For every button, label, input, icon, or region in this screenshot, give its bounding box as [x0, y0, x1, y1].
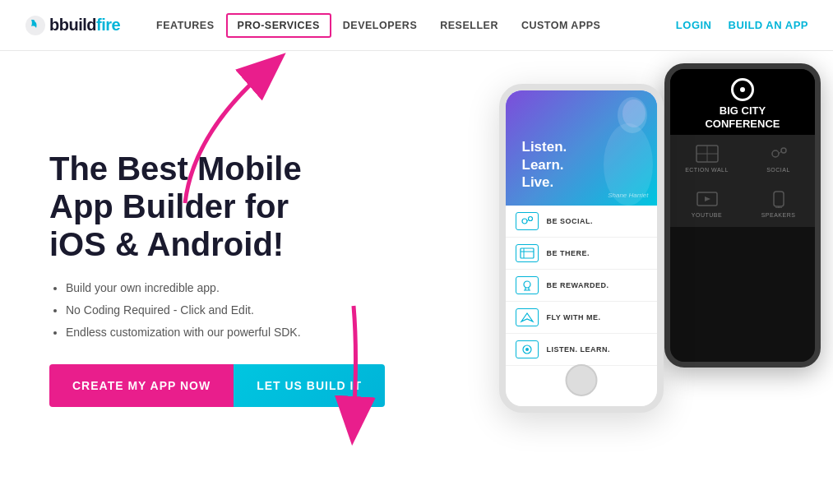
app-menu-item-2: BE THERE.	[506, 238, 657, 270]
app-header-text: Listen.Learn.Live.	[516, 132, 574, 197]
conf-icon-social	[766, 144, 791, 164]
conf-item-2: SOCIAL	[746, 139, 811, 178]
nav-item-pro-services[interactable]: PRO-SERVICES	[226, 13, 331, 38]
app-menu-label-2: BE THERE.	[547, 249, 590, 257]
svg-line-17	[527, 220, 529, 221]
svg-point-21	[524, 281, 530, 288]
main-nav: FEATURES PRO-SERVICES DEVELOPERS RESELLE…	[145, 13, 676, 38]
nav-item-reseller[interactable]: RESELLER	[428, 13, 510, 38]
nav-right: LOGIN BUILD AN APP	[676, 19, 808, 31]
conf-item-3: YOUTUBE	[674, 184, 739, 223]
phone-front-mockup: Listen.Learn.Live. Shane Harriet BE SOCI…	[499, 84, 664, 413]
app-menu-item-5: LISTEN. LEARN.	[506, 334, 657, 366]
conf-item-1: ECTION WALL	[674, 139, 739, 178]
main-content: The Best MobileApp Builder foriOS & Andr…	[0, 51, 833, 504]
conf-icon-speaker	[766, 189, 791, 209]
app-icon-listen	[516, 340, 539, 358]
conf-item-4: SPEAKERS	[746, 184, 811, 223]
logo-text: bbuildfire	[49, 16, 120, 35]
svg-point-27	[525, 348, 529, 351]
nav-item-custom-apps[interactable]: CUSTOM APPS	[510, 13, 613, 38]
conference-grid: ECTION WALL SOCIAL YOUTUBE	[670, 135, 815, 227]
app-menu-label-4: FLY WITH ME.	[547, 313, 601, 321]
app-icon-rewarded	[516, 276, 539, 294]
left-content: The Best MobileApp Builder foriOS & Andr…	[0, 51, 428, 504]
app-icon-fly	[516, 308, 539, 326]
app-menu-item-3: BE REWARDED.	[506, 270, 657, 302]
svg-marker-25	[521, 313, 533, 321]
app-menu-label-5: LISTEN. LEARN.	[547, 345, 611, 354]
logo[interactable]: bbuildfire	[25, 15, 120, 36]
conf-label-1: ECTION WALL	[685, 167, 729, 173]
create-app-button[interactable]: CREATE MY APP NOW	[49, 364, 234, 407]
conf-icon-wall	[695, 144, 720, 164]
let-us-build-button[interactable]: LET US BUILD IT	[234, 364, 385, 407]
conference-app-screen: BIG CITYCONFERENCE ECTION WALL SOCIAL	[670, 69, 815, 362]
conference-title: BIG CITYCONFERENCE	[705, 104, 780, 130]
svg-point-5	[781, 148, 786, 153]
svg-point-16	[528, 217, 532, 221]
conference-header: BIG CITYCONFERENCE	[670, 69, 815, 135]
conf-label-2: SOCIAL	[766, 167, 790, 173]
cta-buttons: CREATE MY APP NOW LET US BUILD IT	[49, 364, 403, 407]
bullet-3: Endless customization with our powerful …	[66, 324, 403, 341]
app-menu-label-3: BE REWARDED.	[547, 281, 609, 289]
bullet-2: No Coding Required - Click and Edit.	[66, 302, 403, 319]
hero-title: The Best MobileApp Builder foriOS & Andr…	[49, 150, 403, 263]
phone-back-mockup: BIG CITYCONFERENCE ECTION WALL SOCIAL	[664, 63, 821, 368]
build-app-link[interactable]: BUILD AN APP	[729, 19, 808, 31]
conf-icon-film	[695, 189, 720, 209]
svg-rect-9	[774, 192, 784, 206]
app-menu-item-1: BE SOCIAL.	[506, 206, 657, 238]
svg-point-4	[772, 150, 779, 157]
app-menu-item-4: FLY WITH ME.	[506, 302, 657, 334]
svg-marker-8	[705, 197, 710, 201]
nav-item-features[interactable]: FEATURES	[145, 13, 225, 38]
bullet-1: Build your own incredible app.	[66, 280, 403, 297]
app-icon-social	[516, 212, 539, 230]
svg-point-15	[522, 219, 527, 224]
svg-rect-18	[521, 248, 534, 258]
header: bbuildfire FEATURES PRO-SERVICES DEVELOP…	[0, 0, 833, 51]
app-icon-there	[516, 244, 539, 262]
app-screen: Listen.Learn.Live. Shane Harriet BE SOCI…	[506, 90, 657, 406]
svg-point-14	[622, 99, 646, 127]
nav-item-developers[interactable]: DEVELOPERS	[331, 13, 428, 38]
login-link[interactable]: LOGIN	[676, 19, 712, 31]
right-content: BIG CITYCONFERENCE ECTION WALL SOCIAL	[428, 51, 833, 504]
buildfire-logo-icon	[25, 15, 46, 36]
app-header: Listen.Learn.Live. Shane Harriet	[506, 90, 657, 206]
hero-bullets: Build your own incredible app. No Coding…	[49, 280, 403, 341]
conf-label-4: SPEAKERS	[761, 212, 796, 218]
app-menu-label-1: BE SOCIAL.	[547, 217, 594, 225]
conf-label-3: YOUTUBE	[692, 212, 722, 218]
